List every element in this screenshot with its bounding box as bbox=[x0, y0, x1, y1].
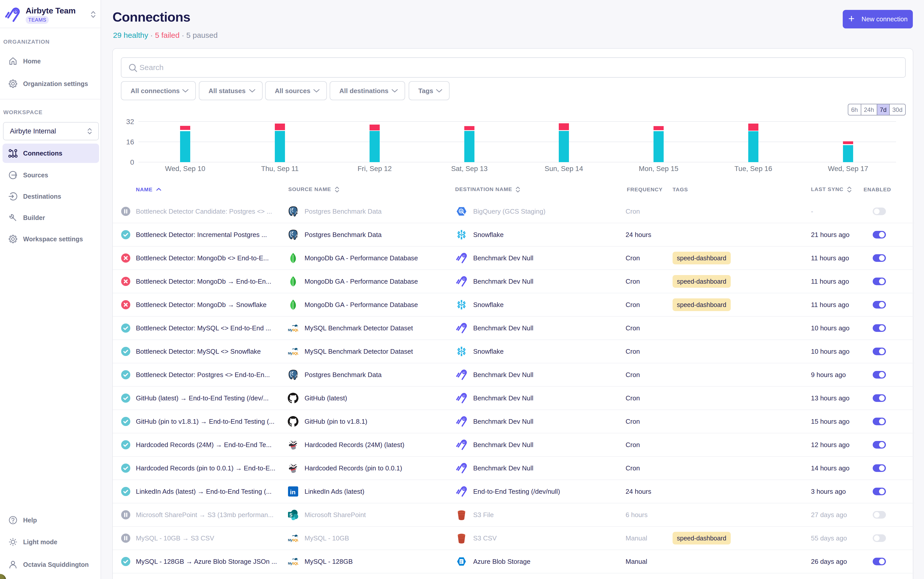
svg-text:Wed, Sep 17: Wed, Sep 17 bbox=[828, 165, 868, 173]
svg-text:16: 16 bbox=[126, 138, 134, 146]
svg-text:Mon, Sep 15: Mon, Sep 15 bbox=[639, 165, 678, 173]
svg-text:0: 0 bbox=[130, 158, 134, 166]
svg-text:Fri, Sep 12: Fri, Sep 12 bbox=[358, 165, 392, 173]
svg-text:Sat, Sep 13: Sat, Sep 13 bbox=[451, 165, 487, 173]
svg-text:Sun, Sep 14: Sun, Sep 14 bbox=[545, 165, 583, 173]
svg-text:Thu, Sep 11: Thu, Sep 11 bbox=[261, 165, 299, 173]
svg-text:Tue, Sep 16: Tue, Sep 16 bbox=[735, 165, 772, 173]
svg-text:32: 32 bbox=[126, 118, 134, 126]
svg-text:Wed, Sep 10: Wed, Sep 10 bbox=[165, 165, 205, 173]
